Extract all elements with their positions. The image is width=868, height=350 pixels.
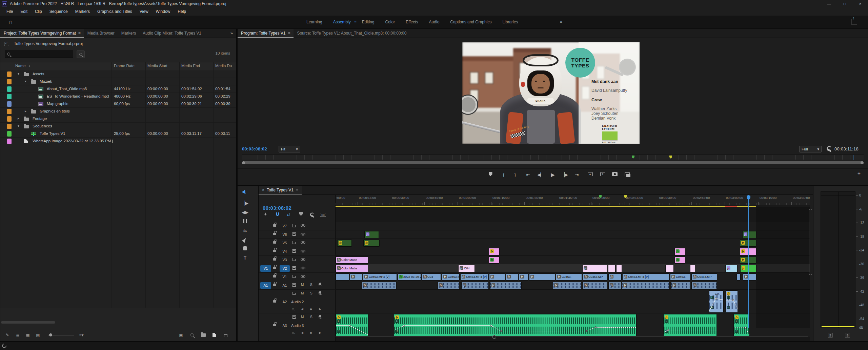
linked-selection-icon[interactable]: ⇄	[285, 212, 292, 217]
clip-lpink[interactable]	[608, 265, 615, 272]
sync-lock-icon[interactable]	[292, 232, 296, 236]
clip-ablue[interactable]: fx	[362, 282, 397, 289]
label-color-chip[interactable]	[7, 79, 12, 84]
clip-c0463-mp[interactable]: fxC0463.MP	[691, 273, 717, 281]
bin-row-graphics-en-titels[interactable]: ▸Graphics en titels	[0, 108, 236, 115]
label-color-chip[interactable]	[7, 86, 12, 92]
clip-pink[interactable]: fx	[674, 256, 685, 264]
track-target-v7[interactable]: V7	[280, 223, 290, 229]
panel-tab-audio-clip-mixer-toffe-types-v1[interactable]: Audio Clip Mixer: Toffe Types V1	[139, 29, 205, 38]
keyframe-toggle-icon[interactable]: ◇,	[292, 331, 295, 334]
workspace-tab-learning[interactable]: Learning	[301, 20, 328, 24]
source-patch-v1[interactable]: V1	[260, 265, 271, 272]
clip-dgreen[interactable]: fx	[363, 240, 380, 247]
toggle-output-icon[interactable]	[301, 224, 305, 227]
clip-blue[interactable]	[736, 273, 741, 281]
tool-track-select-forward[interactable]: ▕▶	[241, 200, 249, 207]
clip-pink[interactable]: fx	[674, 248, 685, 255]
label-color-chip[interactable]	[7, 116, 12, 122]
go-to-in-button[interactable]: ⇤	[524, 171, 532, 178]
track-target-v6[interactable]: V6	[280, 231, 290, 238]
track-target-a2[interactable]: A2	[280, 299, 290, 305]
search-input[interactable]	[5, 50, 73, 58]
track-target-v5[interactable]: V5	[280, 240, 290, 246]
expand-icon[interactable]: ▸	[25, 109, 26, 113]
menu-sequence[interactable]: Sequence	[46, 7, 72, 16]
source-patch-a1[interactable]: A1	[260, 282, 271, 289]
clip-c0463-mp4-v[interactable]: fxC0463.MP4 [V]	[460, 273, 488, 281]
track-lane-v3[interactable]	[336, 256, 810, 264]
workspace-tab-editing[interactable]: Editing	[357, 20, 380, 24]
clip-dgreen[interactable]: fx	[742, 231, 756, 238]
track-header-a1[interactable]: A1A1MS	[259, 281, 336, 290]
captions-icon[interactable]: CC	[320, 212, 326, 217]
label-color-chip[interactable]	[7, 131, 12, 137]
workspace-tab-captions-and-graphics[interactable]: Captions and Graphics	[445, 20, 497, 24]
zoom-level-select[interactable]: Fit▾	[279, 146, 300, 152]
add-keyframe-icon[interactable]: ◆	[310, 331, 312, 334]
track-target-v4[interactable]: V4	[280, 248, 290, 255]
solo-left-button[interactable]: S	[828, 333, 833, 338]
add-marker-button[interactable]	[486, 171, 495, 178]
clip-ablue[interactable]: fx	[671, 282, 691, 289]
volume-keyframe-line[interactable]	[709, 291, 724, 313]
volume-keyframe-line[interactable]	[734, 314, 750, 336]
record-icon[interactable]	[319, 291, 321, 294]
label-color-chip[interactable]	[7, 139, 12, 144]
clip-lpink[interactable]	[665, 265, 674, 272]
project-hscrollbar[interactable]	[1, 321, 55, 324]
toggle-output-icon[interactable]	[301, 258, 305, 261]
panel-tab-program-toffe-types-v1[interactable]: Program: Toffe Types V1≡	[238, 29, 294, 38]
track-header-v6[interactable]: V6	[259, 230, 336, 239]
new-item-icon[interactable]	[211, 332, 218, 338]
panel-tab-source-toffe-types-v1-about-that-oldie-m[interactable]: Source: Toffe Types V1: About_That_Oldie…	[294, 29, 410, 38]
sync-lock-icon[interactable]	[292, 258, 296, 261]
next-keyframe-icon[interactable]: ▶	[319, 331, 321, 334]
program-timecode[interactable]: 00:03:08:02	[242, 146, 267, 151]
toggle-output-icon[interactable]	[301, 250, 305, 252]
menu-help[interactable]: Help	[174, 7, 190, 16]
monitor-marker[interactable]	[669, 156, 672, 159]
panel-tab-project-toffe-types-vormgeving-format[interactable]: Project: Toffe Types Vormgeving Format≡	[0, 29, 84, 38]
sync-lock-icon[interactable]	[292, 315, 296, 319]
freeform-view-icon[interactable]: ▤	[35, 332, 41, 338]
clip-c0463-mp[interactable]: fxC0463.MP	[583, 273, 608, 281]
label-color-chip[interactable]	[7, 71, 12, 77]
collapse-icon[interactable]: ▾	[18, 72, 19, 76]
collapse-icon[interactable]: ▾	[25, 79, 26, 83]
timeline-content[interactable]: :00:0000:00:15:0000:00:30:0000:00:45:000…	[336, 195, 810, 341]
clip-c0463-mp4-v[interactable]: fxC0463.MP4 [V]	[363, 273, 397, 281]
maximize-button[interactable]: □	[837, 0, 852, 7]
column-header-frame-rate[interactable]: Frame Rate	[114, 64, 135, 68]
track-target-v1[interactable]: V1	[280, 274, 290, 280]
clip-pink[interactable]: fx	[489, 248, 500, 255]
timeline-tab[interactable]: × Toffe Types V1 ≡	[259, 186, 302, 194]
track-header-v2[interactable]: V1V2	[259, 264, 336, 273]
clip-ablue[interactable]: fx	[490, 282, 522, 289]
mark-out-button[interactable]: }	[511, 171, 520, 178]
record-icon[interactable]	[319, 315, 321, 317]
menu-graphics-and-titles[interactable]: Graphics and Titles	[94, 7, 136, 16]
bin-row-footage[interactable]: ▸Footage	[0, 115, 236, 123]
minimize-button[interactable]: —	[821, 0, 837, 7]
solo-button[interactable]: S	[310, 291, 312, 295]
comparison-view-button[interactable]	[623, 171, 631, 178]
workspace-tab-color[interactable]: Color	[380, 20, 400, 24]
tool-selection[interactable]	[241, 190, 249, 198]
toggle-output-icon[interactable]	[301, 275, 305, 278]
timeline-vscrollbar[interactable]	[809, 209, 812, 275]
clip-c0463-mp4[interactable]: fxC0463.MP4 [	[442, 273, 460, 281]
extract-button[interactable]: ▼	[598, 171, 607, 178]
clip-color-matte[interactable]: fxColor Matte	[336, 256, 368, 264]
clip-blue[interactable]: fx	[743, 273, 756, 281]
clip-mint[interactable]: fxLR	[336, 314, 368, 336]
clip-c0463[interactable]: fxC0463.	[556, 273, 582, 281]
bin-row-about-that-oldie-mp3[interactable]: About_That_Oldie.mp344100 Hz00:00:00:000…	[0, 85, 236, 93]
step-forward-button[interactable]: ▕▶	[560, 171, 569, 178]
sync-lock-icon[interactable]	[292, 283, 296, 287]
lock-icon[interactable]	[273, 241, 276, 244]
menu-clip[interactable]: Clip	[31, 7, 46, 16]
menu-view[interactable]: View	[136, 7, 152, 16]
track-lane-v5[interactable]	[336, 239, 810, 247]
clip-mint[interactable]: fxLR	[733, 314, 750, 336]
